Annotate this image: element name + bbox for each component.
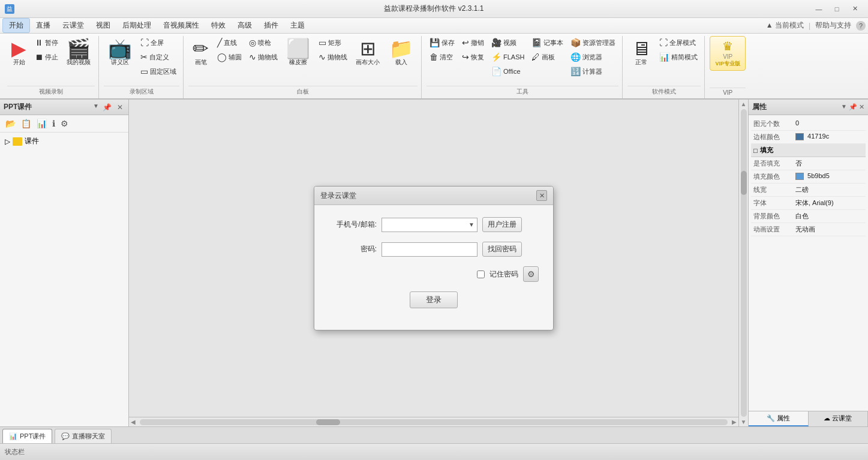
ribbon-btn-eraser[interactable]: ⬜ 橡皮擦	[282, 36, 314, 70]
bottom-tab-ppt[interactable]: 📊 PPT课件	[2, 429, 52, 443]
minimize-button[interactable]: —	[810, 3, 827, 15]
ribbon-btn-load[interactable]: 📁 载入	[385, 36, 418, 70]
horizontal-scrollbar[interactable]: ◀ ▶	[129, 417, 738, 426]
right-tab-cloud[interactable]: ☁ 云课堂	[809, 411, 869, 426]
dialog-close-button[interactable]: ✕	[536, 190, 547, 201]
ribbon-btn-resource-mgr[interactable]: 📦 资源管理器	[567, 36, 618, 49]
left-tool-info-btn[interactable]: ℹ	[50, 117, 57, 130]
ribbon-btn-fixed-area[interactable]: ▭ 固定区域	[137, 65, 179, 78]
login-button[interactable]: 登录	[410, 291, 458, 308]
ribbon-btn-custom[interactable]: ✂ 自定义	[137, 50, 179, 64]
menu-item-live[interactable]: 直播	[30, 19, 56, 32]
close-button[interactable]: ✕	[846, 3, 863, 15]
ribbon-btn-video[interactable]: 🎥 视频	[488, 36, 527, 49]
title-bar: 益 益款课程录播制作软件 v2.3.1.1 — □ ✕	[0, 0, 868, 18]
normal-icon: 🖥	[632, 39, 651, 58]
ribbon-btn-stop[interactable]: ⏹ 停止	[32, 50, 61, 64]
ribbon-btn-vip[interactable]: ♛ VIP VIP专业版	[710, 36, 746, 71]
ribbon-btn-clear[interactable]: 🗑 清空	[427, 50, 458, 64]
register-button[interactable]: 用户注册	[482, 217, 522, 232]
menu-item-start[interactable]: 开始	[2, 18, 30, 33]
menu-item-theme[interactable]: 主题	[284, 19, 311, 32]
v-scroll-thumb[interactable]	[741, 171, 747, 195]
vip-crown-icon: ♛	[722, 39, 733, 53]
scroll-down-arrow[interactable]: ▼	[741, 419, 747, 425]
left-tool-add-btn[interactable]: 📋	[19, 117, 33, 130]
video-label: 视频	[503, 38, 516, 47]
ribbon-btn-start[interactable]: ▶ 开始	[7, 36, 31, 70]
scroll-left-arrow[interactable]: ◀	[129, 419, 137, 425]
app-title: 益款课程录播制作软件 v2.3.1.1	[384, 4, 483, 14]
ribbon-btn-fill-rect[interactable]: ◯ 辅圆	[214, 50, 245, 64]
scroll-track[interactable]	[140, 419, 728, 425]
save-icon: 💾	[430, 38, 440, 47]
ribbon-btn-whiteboard-tool[interactable]: 🖊 画板	[528, 50, 566, 64]
ribbon-btn-fullscreen-mode[interactable]: ⛶ 全屏模式	[656, 36, 701, 49]
menu-item-audio-video[interactable]: 音视频属性	[157, 19, 205, 32]
tree-item-root[interactable]: ▷ 课件	[2, 135, 126, 148]
menu-item-cloud[interactable]: 云课堂	[56, 19, 90, 32]
menu-item-special[interactable]: 特效	[205, 19, 232, 32]
throw-line1-icon: ∿	[249, 52, 256, 62]
right-panel-pin-button[interactable]: 📌	[849, 103, 857, 111]
scroll-right-arrow[interactable]: ▶	[730, 419, 738, 425]
ribbon-btn-flash[interactable]: ⚡ FLASH	[488, 50, 527, 64]
left-panel-pin-button[interactable]: 📌	[101, 103, 113, 112]
right-tab-attr[interactable]: 🔧 属性	[749, 411, 809, 426]
v-scroll-track[interactable]	[741, 109, 747, 417]
ribbon-btn-canvas-size[interactable]: ⊞ 画布大小	[352, 36, 384, 70]
scroll-thumb[interactable]	[316, 419, 340, 425]
ribbon-btn-lecture[interactable]: 📺 讲义区	[104, 36, 136, 70]
vertical-scrollbar[interactable]: ▲ ▼	[738, 100, 748, 426]
ribbon-btn-pause[interactable]: ⏸ 暂停	[32, 36, 61, 49]
ribbon-btn-restore[interactable]: ↪ 恢复	[459, 50, 487, 64]
ribbon-btn-pen[interactable]: ✏ 画笔	[188, 36, 213, 70]
ribbon-btn-calculator[interactable]: 🔢 计算器	[567, 65, 618, 78]
ribbon-btn-throw-line1[interactable]: ∿ 抛物线	[246, 50, 281, 64]
ribbon-btn-throw-line2[interactable]: ∿ 抛物线	[316, 50, 350, 64]
phone-input-combo[interactable]: ▼	[382, 218, 477, 232]
current-mode-label[interactable]: ▲ 当前模式	[766, 20, 804, 31]
ribbon-btn-rect[interactable]: ▭ 矩形	[316, 36, 350, 49]
ribbon-btn-save[interactable]: 💾 保存	[427, 36, 458, 49]
ribbon-btn-line[interactable]: ╱ 直线	[214, 36, 245, 49]
ribbon-btn-undo[interactable]: ↩ 撤销	[459, 36, 487, 49]
gear-settings-button[interactable]: ⚙	[523, 266, 539, 282]
ribbon-btn-my-video[interactable]: 🎬 我的视频	[62, 36, 95, 70]
fill-color-swatch[interactable]	[795, 173, 804, 180]
bottom-tab-chat[interactable]: 💬 直播聊天室	[55, 429, 112, 443]
pen-icon: ✏	[193, 39, 209, 58]
left-tool-chart-btn[interactable]: 📊	[35, 117, 49, 130]
left-panel-close-button[interactable]: ✕	[115, 103, 125, 112]
vip-label: VIP专业版	[715, 60, 740, 68]
fill-section-expand-icon[interactable]: □	[753, 147, 758, 154]
menu-item-plugin[interactable]: 插件	[258, 19, 284, 32]
menu-item-view[interactable]: 视图	[90, 19, 116, 32]
menu-item-advanced[interactable]: 高级	[232, 19, 258, 32]
prop-row-is-fill: 是否填充 否	[751, 157, 866, 170]
ribbon-btn-browser[interactable]: 🌐 浏览器	[567, 50, 618, 64]
menu-item-post[interactable]: 后期处理	[116, 19, 157, 32]
ribbon-btn-normal[interactable]: 🖥 正常	[627, 36, 655, 70]
prop-row-fill-color: 填充颜色 5b9bd5	[751, 170, 866, 184]
canvas-area[interactable]: 登录云课堂 ✕ 手机号/邮箱: ▼ 用户注册	[129, 100, 738, 417]
remember-password-checkbox[interactable]	[477, 270, 485, 278]
ribbon-btn-notebook[interactable]: 📓 记事本	[528, 36, 566, 49]
menu-right: ▲ 当前模式 | 帮助与支持 ?	[766, 20, 866, 31]
password-input[interactable]	[382, 242, 477, 257]
retrieve-password-button[interactable]: 找回密码	[482, 242, 522, 257]
scroll-up-arrow[interactable]: ▲	[741, 101, 747, 107]
left-panel-title: PPT课件	[4, 102, 32, 112]
help-question-icon[interactable]: ?	[856, 21, 866, 31]
ribbon-btn-simple-mode[interactable]: 📊 精简模式	[656, 50, 701, 64]
ribbon-btn-spray[interactable]: ◎ 喷枪	[246, 36, 281, 49]
pause-icon: ⏸	[35, 38, 43, 47]
left-tool-settings-btn[interactable]: ⚙	[59, 117, 70, 130]
right-panel-close-button[interactable]: ✕	[859, 103, 864, 111]
ribbon-btn-office[interactable]: 📄 Office	[488, 65, 527, 78]
maximize-button[interactable]: □	[828, 3, 845, 15]
border-color-swatch[interactable]	[795, 133, 804, 140]
help-label[interactable]: 帮助与支持	[815, 20, 851, 31]
ribbon-btn-fullscreen[interactable]: ⛶ 全屏	[137, 36, 179, 49]
left-tool-folder-btn[interactable]: 📂	[4, 117, 17, 130]
